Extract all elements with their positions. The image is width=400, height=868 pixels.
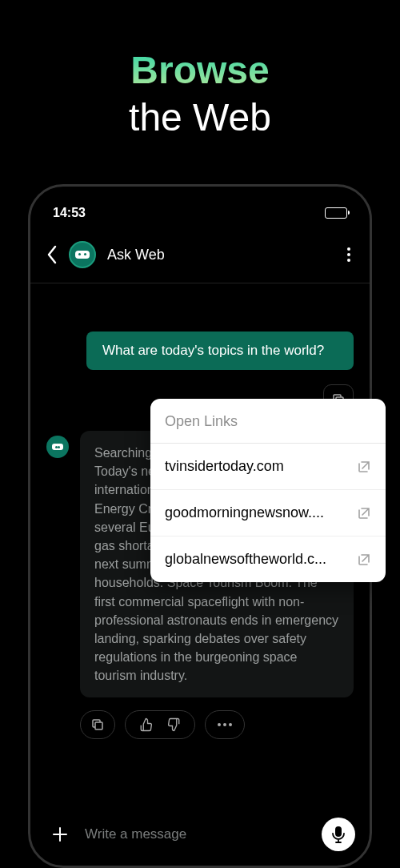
promo-header: Browse the Web	[0, 0, 400, 139]
status-time: 14:53	[53, 206, 86, 220]
ellipsis-icon	[218, 723, 232, 726]
back-icon[interactable]	[46, 245, 58, 264]
external-link-icon	[357, 460, 371, 474]
copy-icon	[91, 718, 104, 731]
user-message-bubble: What are today's topics in the world?	[86, 332, 354, 370]
feedback-group	[125, 710, 195, 739]
thumbs-up-icon[interactable]	[139, 717, 154, 732]
composer: Write a message	[45, 818, 355, 851]
promo-line1: Browse	[0, 48, 400, 92]
link-label: goodmorningnewsnow....	[165, 504, 324, 521]
svg-rect-4	[335, 826, 342, 837]
link-item[interactable]: globalnewsoftheworld.c...	[150, 536, 386, 582]
bot-avatar-icon[interactable]	[69, 241, 96, 268]
copy-response-button[interactable]	[80, 710, 115, 739]
link-label: tvinsidertoday.com	[165, 458, 284, 475]
more-icon[interactable]	[344, 244, 354, 265]
link-item[interactable]: goodmorningnewsnow....	[150, 490, 386, 536]
more-actions-button[interactable]	[205, 710, 245, 739]
message-actions	[80, 710, 354, 739]
link-label: globalnewsoftheworld.c...	[165, 551, 326, 568]
external-link-icon	[357, 506, 371, 520]
mic-icon	[331, 826, 346, 843]
page-title: Ask Web	[107, 247, 333, 263]
status-bar: 14:53	[30, 187, 370, 227]
app-header: Ask Web	[30, 227, 370, 283]
mic-button[interactable]	[322, 818, 355, 851]
battery-icon	[325, 207, 347, 219]
link-item[interactable]: tvinsidertoday.com	[150, 444, 386, 490]
popup-title: Open Links	[150, 399, 386, 444]
open-links-popup: Open Links tvinsidertoday.com goodmornin…	[150, 399, 386, 582]
add-button[interactable]	[45, 819, 75, 850]
message-input[interactable]: Write a message	[85, 826, 312, 842]
svg-rect-3	[95, 722, 102, 729]
thumbs-down-icon[interactable]	[166, 717, 181, 732]
external-link-icon	[357, 553, 371, 567]
promo-line2: the Web	[0, 95, 400, 139]
bot-avatar-icon	[46, 436, 69, 458]
plus-icon	[52, 826, 68, 842]
